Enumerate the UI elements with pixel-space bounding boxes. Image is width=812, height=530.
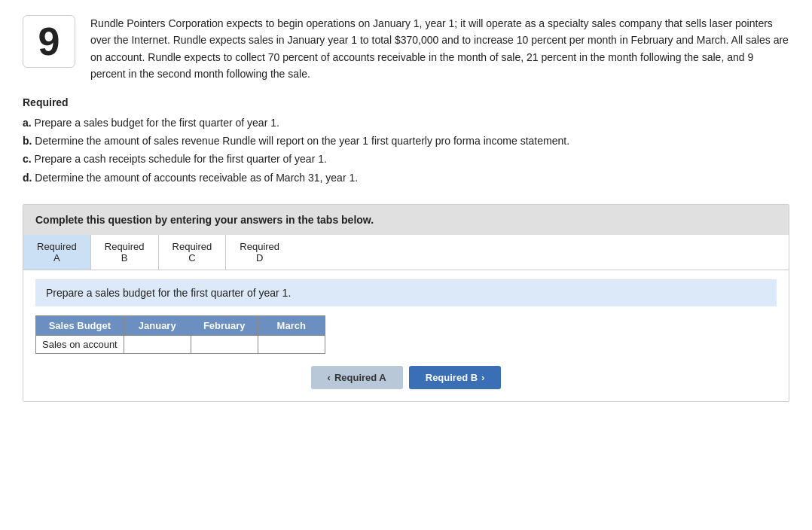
col-header-march: March bbox=[258, 316, 325, 336]
input-cell-january[interactable] bbox=[124, 336, 191, 354]
tabs-row: RequiredA RequiredB RequiredC RequiredD bbox=[23, 235, 789, 270]
tab-content: Prepare a sales budget for the first qua… bbox=[23, 270, 789, 401]
tab-required-d[interactable]: RequiredD bbox=[226, 235, 293, 270]
input-cell-february[interactable] bbox=[191, 336, 258, 354]
prev-arrow-icon: ‹ bbox=[328, 372, 331, 383]
row-label-sales-on-account: Sales on account bbox=[36, 336, 124, 354]
march-input[interactable] bbox=[261, 339, 322, 350]
question-description: Rundle Pointers Corporation expects to b… bbox=[90, 15, 789, 83]
prev-button[interactable]: ‹ Required A bbox=[311, 366, 403, 389]
required-label: Required bbox=[23, 96, 789, 108]
tab-required-c[interactable]: RequiredC bbox=[159, 235, 227, 270]
required-item-d: d. Determine the amount of accounts rece… bbox=[23, 169, 789, 186]
required-item-c: c. Prepare a cash receipts schedule for … bbox=[23, 151, 789, 167]
complete-box: Complete this question by entering your … bbox=[23, 204, 789, 402]
february-input[interactable] bbox=[194, 339, 255, 350]
january-input[interactable] bbox=[127, 339, 188, 350]
tab-instruction: Prepare a sales budget for the first qua… bbox=[35, 279, 777, 306]
next-arrow-icon: › bbox=[481, 372, 484, 383]
budget-table: Sales Budget January February March Sale… bbox=[35, 315, 325, 354]
question-number: 9 bbox=[23, 15, 75, 68]
required-item-a: a. Prepare a sales budget for the first … bbox=[23, 114, 789, 131]
nav-buttons: ‹ Required A Required B › bbox=[35, 366, 777, 389]
complete-box-header: Complete this question by entering your … bbox=[23, 205, 789, 235]
tab-required-b[interactable]: RequiredB bbox=[91, 235, 159, 270]
input-cell-march[interactable] bbox=[258, 336, 325, 354]
col-header-sales-budget: Sales Budget bbox=[36, 316, 124, 336]
required-item-b: b. Determine the amount of sales revenue… bbox=[23, 132, 789, 149]
next-button[interactable]: Required B › bbox=[409, 366, 502, 389]
prev-button-label: Required A bbox=[334, 372, 386, 383]
col-header-february: February bbox=[191, 316, 258, 336]
col-header-january: January bbox=[124, 316, 191, 336]
next-button-label: Required B bbox=[426, 372, 478, 383]
tab-required-a[interactable]: RequiredA bbox=[23, 235, 91, 270]
table-row: Sales on account bbox=[36, 336, 325, 354]
